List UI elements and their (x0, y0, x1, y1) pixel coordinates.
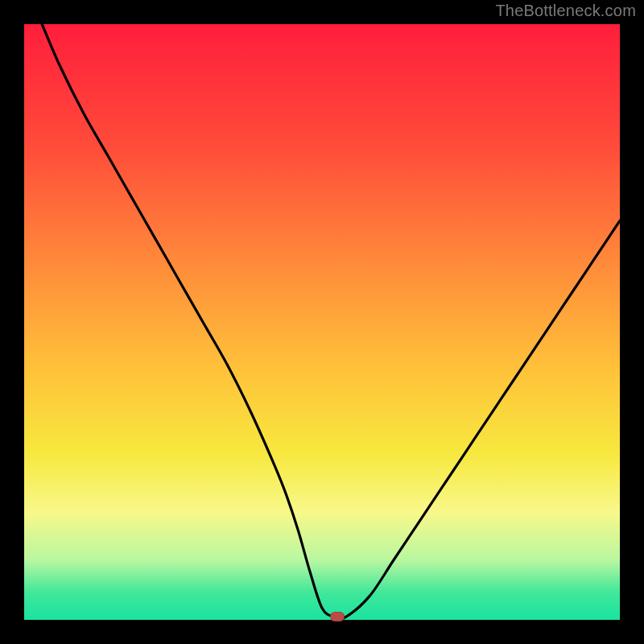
gradient-background (24, 24, 620, 620)
optimal-marker (330, 612, 345, 621)
bottleneck-chart (24, 24, 620, 620)
chart-frame: TheBottleneck.com (0, 0, 644, 644)
watermark-text: TheBottleneck.com (495, 2, 636, 20)
plot-area (24, 24, 620, 620)
